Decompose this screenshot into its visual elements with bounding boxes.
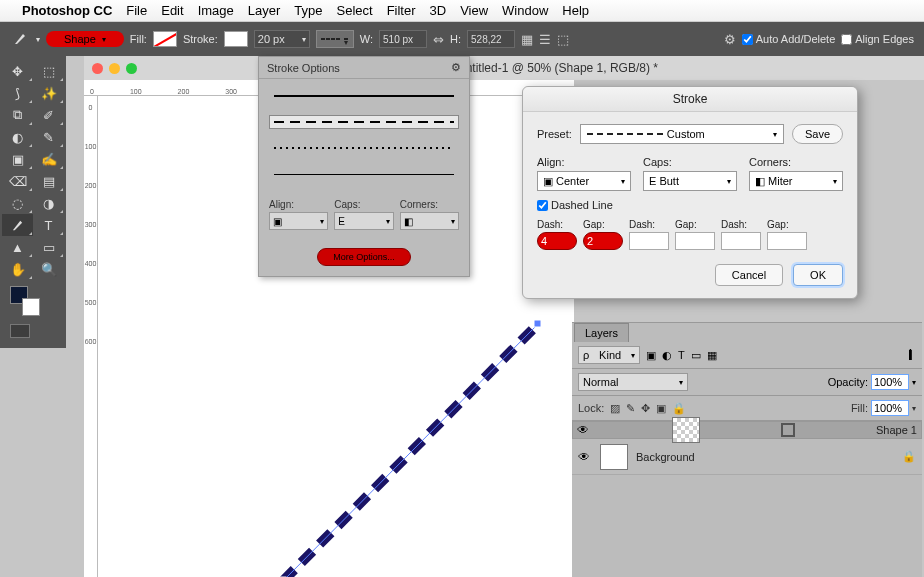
path-select-tool[interactable]: ▲ [2, 236, 33, 258]
shape-tool[interactable]: ▭ [33, 236, 64, 258]
stroke-preset-solid[interactable] [269, 89, 459, 103]
stroke-preset-thin[interactable] [269, 167, 459, 181]
lock-pixels-icon[interactable]: ▨ [610, 402, 620, 415]
tool-mode-select[interactable]: Shape▾ [46, 31, 124, 47]
stroke-width-select[interactable]: 20 px▾ [254, 30, 310, 48]
type-tool[interactable]: T [33, 214, 64, 236]
filter-shape-icon[interactable]: ▭ [691, 349, 701, 362]
opacity-chevron[interactable]: ▾ [912, 378, 916, 387]
gap3-input[interactable] [767, 232, 807, 250]
marquee-tool[interactable]: ⬚ [33, 60, 64, 82]
filter-type-icon[interactable]: T [678, 349, 685, 361]
hand-tool[interactable]: ✋ [2, 258, 33, 280]
chain-icon[interactable]: ⇔ [433, 32, 444, 47]
align-select[interactable]: ▣ ▾ [269, 212, 328, 230]
fill-chevron[interactable]: ▾ [912, 404, 916, 413]
path-ops-icon[interactable]: ▦ [521, 32, 533, 47]
layer-row[interactable]: 👁 Shape 1 [572, 421, 922, 439]
layer-filter-kind[interactable]: ρ Kind▾ [578, 346, 640, 364]
blur-tool[interactable]: ◌ [2, 192, 33, 214]
visibility-icon[interactable]: 👁 [577, 423, 591, 437]
lock-position-icon[interactable]: ✥ [641, 402, 650, 415]
stroke-preset-dotted[interactable] [269, 141, 459, 155]
dash2-input[interactable] [629, 232, 669, 250]
menu-select[interactable]: Select [336, 3, 372, 18]
save-button[interactable]: Save [792, 124, 843, 144]
align-edges-checkbox[interactable]: Align Edges [841, 33, 914, 45]
menu-image[interactable]: Image [198, 3, 234, 18]
vector-mask-thumb[interactable] [781, 423, 795, 437]
path-arrange-icon[interactable]: ⬚ [557, 32, 569, 47]
menu-edit[interactable]: Edit [161, 3, 183, 18]
gear-icon[interactable]: ⚙ [724, 32, 736, 47]
menu-3d[interactable]: 3D [430, 3, 447, 18]
stroke-type-select[interactable]: ▾ [316, 30, 354, 48]
width-input[interactable] [379, 30, 427, 48]
visibility-icon[interactable]: 👁 [578, 450, 592, 464]
layer-row[interactable]: 👁 Background 🔒 [572, 439, 922, 475]
pen-tool[interactable] [2, 214, 33, 236]
dashed-line-checkbox[interactable]: Dashed Line [537, 199, 843, 211]
opacity-input[interactable] [871, 374, 909, 390]
layer-thumb[interactable] [672, 417, 700, 443]
pen-tool-icon[interactable] [10, 31, 30, 47]
menu-view[interactable]: View [460, 3, 488, 18]
preset-select[interactable]: Custom▾ [580, 124, 784, 144]
sd-align-select[interactable]: ▣ Center▾ [537, 171, 631, 191]
gap1-input[interactable] [583, 232, 623, 250]
gradient-tool[interactable]: ▤ [33, 170, 64, 192]
menu-file[interactable]: File [126, 3, 147, 18]
window-close[interactable] [92, 63, 103, 74]
dodge-tool[interactable]: ◑ [33, 192, 64, 214]
filter-adjust-icon[interactable]: ◐ [662, 349, 672, 362]
sd-corners-select[interactable]: ◧ Miter▾ [749, 171, 843, 191]
stroke-options-gear-icon[interactable]: ⚙ [451, 61, 461, 74]
height-input[interactable] [467, 30, 515, 48]
filter-toggle[interactable]: ⏽ [905, 349, 916, 361]
cancel-button[interactable]: Cancel [715, 264, 783, 286]
lock-all-icon[interactable]: 🔒 [672, 402, 686, 415]
layer-name[interactable]: Shape 1 [876, 424, 917, 436]
menu-window[interactable]: Window [502, 3, 548, 18]
eraser-tool[interactable]: ⌫ [2, 170, 33, 192]
fill-swatch[interactable] [153, 31, 177, 47]
lock-artboard-icon[interactable]: ▣ [656, 402, 666, 415]
tool-preset-chevron[interactable]: ▾ [36, 35, 40, 44]
menu-filter[interactable]: Filter [387, 3, 416, 18]
dash3-input[interactable] [721, 232, 761, 250]
path-align-icon[interactable]: ☰ [539, 32, 551, 47]
more-options-button[interactable]: More Options... [317, 248, 411, 266]
layer-thumb[interactable] [600, 444, 628, 470]
fg-bg-swatch[interactable] [10, 286, 40, 316]
history-brush-tool[interactable]: ✍ [33, 148, 64, 170]
menu-help[interactable]: Help [562, 3, 589, 18]
ok-button[interactable]: OK [793, 264, 843, 286]
quickmask-icon[interactable] [10, 324, 30, 338]
corners-select[interactable]: ◧ ▾ [400, 212, 459, 230]
stamp-tool[interactable]: ▣ [2, 148, 33, 170]
crop-tool[interactable]: ⧉ [2, 104, 33, 126]
move-tool[interactable]: ✥ [2, 60, 33, 82]
caps-select[interactable]: E ▾ [334, 212, 393, 230]
dash1-input[interactable] [537, 232, 577, 250]
stroke-swatch[interactable] [224, 31, 248, 47]
wand-tool[interactable]: ✨ [33, 82, 64, 104]
blend-mode-select[interactable]: Normal▾ [578, 373, 688, 391]
fill-input[interactable] [871, 400, 909, 416]
window-min[interactable] [109, 63, 120, 74]
shape-path[interactable] [278, 316, 548, 577]
filter-smart-icon[interactable]: ▦ [707, 349, 717, 362]
auto-add-delete-checkbox[interactable]: Auto Add/Delete [742, 33, 836, 45]
heal-tool[interactable]: ◐ [2, 126, 33, 148]
zoom-tool[interactable]: 🔍 [33, 258, 64, 280]
layers-tab[interactable]: Layers [574, 323, 629, 342]
filter-pixel-icon[interactable]: ▣ [646, 349, 656, 362]
sd-caps-select[interactable]: E Butt▾ [643, 171, 737, 191]
stroke-preset-dashed[interactable] [269, 115, 459, 129]
app-name[interactable]: Photoshop CC [22, 3, 112, 18]
lock-paint-icon[interactable]: ✎ [626, 402, 635, 415]
gap2-input[interactable] [675, 232, 715, 250]
window-max[interactable] [126, 63, 137, 74]
eyedropper-tool[interactable]: ✐ [33, 104, 64, 126]
menu-type[interactable]: Type [294, 3, 322, 18]
